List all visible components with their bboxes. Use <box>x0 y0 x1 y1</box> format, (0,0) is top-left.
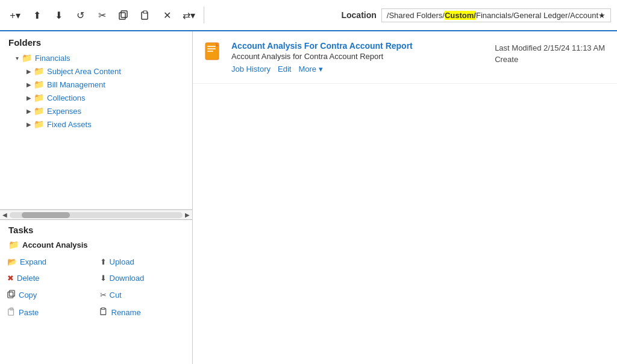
cut-icon: ✂ <box>100 290 107 300</box>
location-area: Location /Shared Folders/Custom/Financia… <box>210 8 611 22</box>
tree-label-fixed-assets: Fixed Assets <box>47 120 92 129</box>
cut-toolbar-button[interactable]: ✂ <box>93 6 111 24</box>
tasks-title: Tasks <box>0 220 192 237</box>
h-scroll-thumb[interactable] <box>22 212 70 218</box>
folder-icon-financials: 📁 <box>22 53 32 63</box>
tree-item-bill-management[interactable]: ▶ 📁 Bill Management <box>0 78 192 91</box>
tree-label-financials: Financials <box>35 54 70 63</box>
folder-icon-collections: 📁 <box>34 93 44 102</box>
arrow-expenses: ▶ <box>24 108 34 115</box>
delete-task[interactable]: ✖ Delete <box>5 271 95 286</box>
tree-item-fixed-assets[interactable]: ▶ 📁 Fixed Assets <box>0 118 192 131</box>
copy-label: Copy <box>19 290 37 300</box>
svg-rect-9 <box>101 308 104 310</box>
scroll-left-button[interactable]: ◀ <box>2 212 7 218</box>
expand-icon: 📂 <box>7 257 17 266</box>
created-label: Create <box>495 55 605 64</box>
svg-rect-12 <box>207 48 216 49</box>
arrow-financials: ▾ <box>12 55 22 61</box>
tree-item-expenses[interactable]: ▶ 📁 Expenses <box>0 104 192 118</box>
folder-icon-expenses: 📁 <box>34 106 44 116</box>
add-button[interactable]: +▾ <box>6 6 24 24</box>
report-meta: Last Modified 2/15/24 11:13 AM Create <box>495 41 605 64</box>
download-icon: ⬇ <box>100 274 107 283</box>
location-label: Location <box>341 10 376 20</box>
expand-task[interactable]: 📂 Expand <box>5 254 95 269</box>
folder-icon-bill-management: 📁 <box>34 80 44 89</box>
move-button[interactable]: ⇄▾ <box>180 6 198 24</box>
tasks-folder-name: Account Analysis <box>22 240 88 249</box>
refresh-button[interactable]: ↺ <box>71 6 89 24</box>
rename-icon <box>100 307 108 318</box>
cut-task[interactable]: ✂ Cut <box>98 287 188 303</box>
svg-rect-11 <box>207 46 216 47</box>
job-history-link[interactable]: Job History <box>231 64 271 74</box>
last-modified-label: Last Modified 2/15/24 11:13 AM <box>495 43 605 52</box>
copy-toolbar-button[interactable] <box>114 6 133 24</box>
tasks-section: Tasks 📁 Account Analysis 📂 Expand ⬆ Uplo… <box>0 219 192 364</box>
paste-icon <box>7 307 16 318</box>
location-path-highlight: Custom/ <box>445 11 476 20</box>
report-meta-inner: Last Modified 2/15/24 11:13 AM Create <box>495 43 605 64</box>
arrow-bill-management: ▶ <box>24 81 34 88</box>
arrow-subject-area: ▶ <box>24 68 34 75</box>
location-path: /Shared Folders/Custom/Financials/Genera… <box>381 8 611 22</box>
folder-icon-fixed-assets: 📁 <box>34 119 44 129</box>
tasks-folder-title: 📁 Account Analysis <box>0 237 192 252</box>
tree-scroll-inner: ▾ 📁 Financials ▶ 📁 Subject Area Content … <box>0 51 192 131</box>
upload-label: Upload <box>110 257 134 266</box>
tasks-grid: 📂 Expand ⬆ Upload ✖ Delete ⬇ Download <box>0 252 192 323</box>
download-label: Download <box>110 274 145 283</box>
tree-container[interactable]: ▾ 📁 Financials ▶ 📁 Subject Area Content … <box>0 51 192 210</box>
paste-task[interactable]: Paste <box>5 304 95 321</box>
tree-label-subject-area: Subject Area Content <box>47 67 121 76</box>
left-panel: Folders ▾ 📁 Financials ▶ 📁 Subject Area … <box>0 31 193 364</box>
h-scroll-container: ◀ ▶ <box>0 210 192 219</box>
tree-label-bill-management: Bill Management <box>47 80 105 89</box>
report-title: Account Analysis For Contra Account Repo… <box>231 41 486 51</box>
download-task[interactable]: ⬇ Download <box>98 271 188 286</box>
report-actions: Job History Edit More ▾ <box>231 64 486 74</box>
rename-task[interactable]: Rename <box>98 304 188 321</box>
delete-icon: ✖ <box>7 274 14 283</box>
copy-icon <box>7 290 16 300</box>
paste-label: Paste <box>19 308 39 317</box>
tasks-folder-icon: 📁 <box>8 240 19 249</box>
svg-rect-13 <box>207 51 213 52</box>
delete-toolbar-button[interactable]: ✕ <box>158 6 176 24</box>
download-toolbar-button[interactable]: ⬇ <box>49 6 67 24</box>
toolbar: +▾ ⬆ ⬇ ↺ ✂ ✕ ⇄▾ Location /Shared Folders… <box>0 0 617 31</box>
upload-button[interactable]: ⬆ <box>28 6 46 24</box>
copy-task[interactable]: Copy <box>5 287 95 303</box>
report-doc-icon <box>205 42 223 68</box>
folders-title: Folders <box>0 31 192 51</box>
more-label: More ▾ <box>298 64 322 74</box>
svg-rect-4 <box>8 292 13 298</box>
main-layout: Folders ▾ 📁 Financials ▶ 📁 Subject Area … <box>0 31 617 364</box>
svg-rect-0 <box>119 13 125 19</box>
arrow-fixed-assets: ▶ <box>24 121 34 128</box>
arrow-collections: ▶ <box>24 95 34 101</box>
tree-item-collections[interactable]: ▶ 📁 Collections <box>0 91 192 104</box>
rename-label: Rename <box>111 308 141 317</box>
upload-icon: ⬆ <box>100 257 107 266</box>
svg-rect-5 <box>10 290 15 297</box>
folder-icon-subject-area: 📁 <box>34 66 44 76</box>
upload-task[interactable]: ⬆ Upload <box>98 254 188 269</box>
location-path-after: Financials/General Ledger/Account★ <box>476 11 606 20</box>
scroll-right-button[interactable]: ▶ <box>185 212 190 218</box>
paste-toolbar-button[interactable] <box>136 6 154 24</box>
more-dropdown[interactable]: More ▾ <box>298 64 322 74</box>
report-item: Account Analysis For Contra Account Repo… <box>193 31 617 84</box>
expand-label: Expand <box>20 257 46 266</box>
tree-item-financials[interactable]: ▾ 📁 Financials <box>0 51 192 64</box>
toolbar-divider <box>204 7 204 24</box>
tree-item-subject-area[interactable]: ▶ 📁 Subject Area Content <box>0 64 192 78</box>
tree-label-expenses: Expenses <box>47 107 81 116</box>
edit-link[interactable]: Edit <box>278 64 291 74</box>
report-subtitle: Account Analysis for Contra Account Repo… <box>231 52 486 61</box>
report-info: Account Analysis For Contra Account Repo… <box>231 41 486 74</box>
delete-label: Delete <box>17 274 40 283</box>
tree-label-collections: Collections <box>47 93 86 102</box>
h-scroll-track[interactable] <box>10 212 183 218</box>
